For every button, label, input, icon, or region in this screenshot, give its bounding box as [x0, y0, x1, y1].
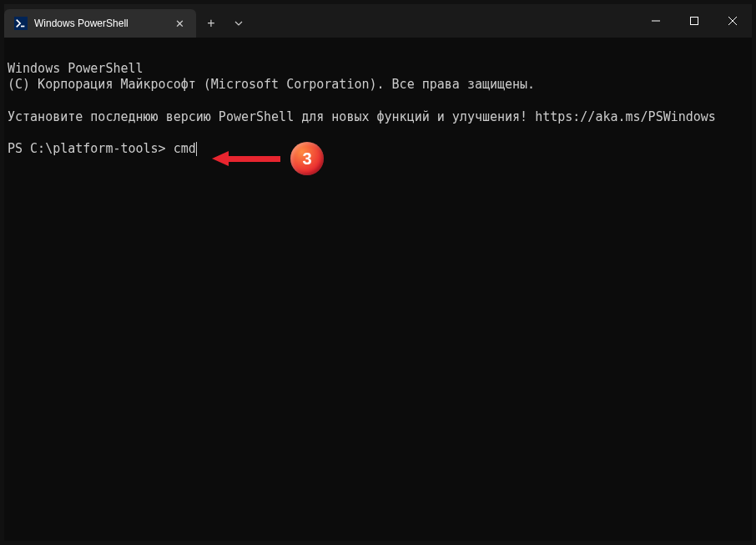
terminal-window: Windows PowerShell ✕ + Windows PowerShel…: [0, 0, 756, 545]
terminal-output-line: Windows PowerShell: [8, 61, 144, 76]
active-tab[interactable]: Windows PowerShell ✕: [4, 9, 196, 38]
window-controls: [637, 4, 752, 38]
minimize-button[interactable]: [637, 4, 675, 38]
prompt-text: PS C:\platform-tools>: [8, 141, 174, 156]
tab-dropdown-button[interactable]: [226, 9, 251, 38]
maximize-button[interactable]: [675, 4, 713, 38]
tab-title: Windows PowerShell: [34, 18, 163, 29]
command-input[interactable]: cmd: [174, 141, 196, 156]
powershell-icon: [14, 17, 28, 30]
close-button[interactable]: [713, 4, 752, 38]
cursor: [196, 142, 197, 156]
terminal-body[interactable]: Windows PowerShell (C) Корпорация Майкро…: [4, 38, 752, 541]
titlebar-drag-area[interactable]: [251, 4, 637, 38]
prompt-line: PS C:\platform-tools> cmd: [8, 141, 748, 158]
new-tab-button[interactable]: +: [196, 9, 226, 38]
tab-close-button[interactable]: ✕: [169, 13, 189, 33]
terminal-output-line: (C) Корпорация Майкрософт (Microsoft Cor…: [8, 77, 535, 92]
terminal-output-line: Установите последнюю версию PowerShell д…: [8, 109, 716, 124]
svg-rect-1: [691, 18, 698, 25]
titlebar[interactable]: Windows PowerShell ✕ +: [4, 4, 752, 38]
